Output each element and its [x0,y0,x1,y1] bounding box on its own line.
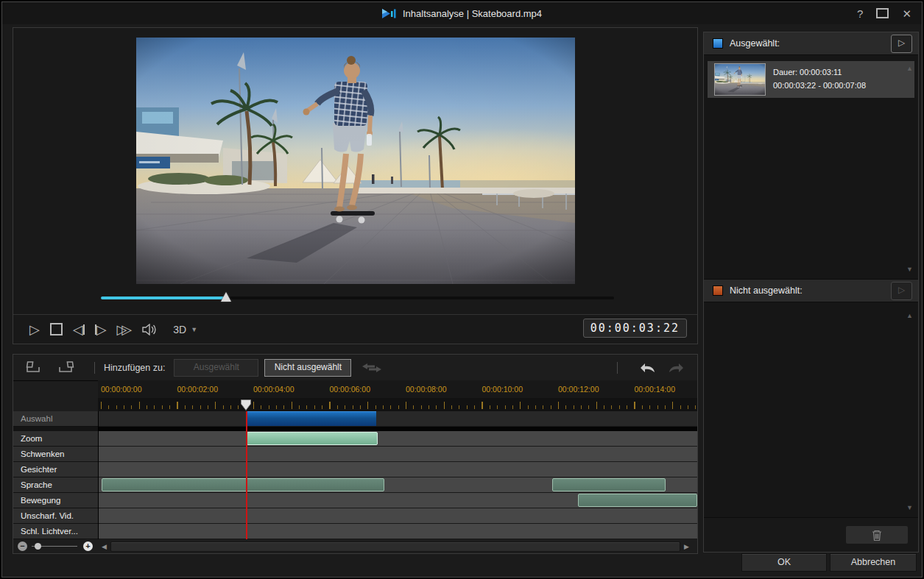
timeline-segment[interactable] [552,478,666,491]
add-to-label: Hinzufügen zu: [104,363,165,373]
timeline-toolbar: Hinzufügen zu: Ausgewählt Nicht ausgewäh… [13,355,697,381]
ruler-labels: 00:00:00:0000:00:02:0000:00:04:0000:00:0… [98,380,697,398]
preview-panel: ▷ ◁ ▷ ▷▷ 3D▼ 00:00:03:22 [13,27,698,344]
undo-button[interactable] [638,361,656,374]
scroll-left-arrow[interactable]: ◀ [102,543,107,550]
seekbar-progress [101,296,226,299]
ok-button[interactable]: OK [741,553,827,572]
selected-color-swatch-icon [713,38,723,49]
playhead-marker[interactable] [241,399,251,411]
not-selected-color-swatch-icon [713,285,723,296]
scroll-down-arrow[interactable]: ▼ [906,505,913,511]
seekbar-thumb[interactable] [221,292,231,302]
fast-forward-button[interactable]: ▷▷ [117,323,133,336]
track-row-gesichter[interactable] [99,462,697,477]
clip-range: 00:00:03:22 - 00:00:07:08 [773,79,866,93]
redo-button[interactable] [668,361,685,374]
timeline-segment[interactable] [247,432,378,445]
not-selected-clip-list[interactable]: ▲ ▼ [704,302,918,518]
app-logo-icon [382,8,397,19]
dialog-title: Inhaltsanalyse | Skateboard.mp4 [403,8,542,19]
track-label-zoom: Zoom [13,431,98,447]
content-analysis-dialog: Inhaltsanalyse | Skateboard.mp4 ? ✕ ▷ ◁ … [1,1,923,578]
stop-button[interactable] [50,323,63,335]
selected-clip-list[interactable]: ▲ Dauer: 00:00:03:1100:00:03:22 - 00:00:… [704,55,918,280]
timecode-display: 00:00:03:22 [583,319,687,338]
timeline-segment[interactable] [247,411,376,426]
maximize-button[interactable] [876,8,889,18]
track-row-schwenken[interactable] [99,447,697,462]
clip-info: Dauer: 00:00:03:1100:00:03:22 - 00:00:07… [773,66,866,92]
ruler-timestamp: 00:00:02:00 [177,385,218,394]
seekbar[interactable] [101,291,614,305]
add-to-not-selected-button[interactable]: Nicht ausgewählt [264,359,351,377]
trash-icon [871,529,883,541]
track-row-zoom[interactable] [99,431,697,447]
clip-duration: Dauer: 00:00:03:11 [773,66,866,79]
play-button[interactable]: ▷ [29,323,40,336]
help-button[interactable]: ? [857,8,863,19]
cancel-button[interactable]: Abbrechen [830,553,917,572]
separator [617,362,618,374]
swap-icon[interactable] [362,363,382,373]
play-selected-button[interactable]: ▷ [891,35,912,53]
track-label-unscharf-vid: Unscharf. Vid. [13,508,98,524]
track-row-auswahl[interactable] [99,411,697,427]
timeline-bottom-bar: − + ◀ ▶ [13,539,697,553]
track-labels: AuswahlZoomSchwenkenGesichterSpracheBewe… [13,411,99,539]
add-to-selected-button[interactable]: Ausgewählt [174,359,258,377]
ruler-timestamp: 00:00:14:00 [635,385,675,394]
chevron-down-icon: ▼ [191,326,197,333]
ruler-timestamp: 00:00:00:00 [101,385,141,394]
track-row-bewegung[interactable] [99,493,697,508]
video-frame [136,38,575,284]
selected-header-label: Ausgewählt: [730,38,780,49]
timeline-ruler[interactable]: 00:00:00:0000:00:02:0000:00:04:0000:00:0… [98,380,697,411]
zoom-slider-knob[interactable] [35,543,41,550]
track-row-schl-lichtver[interactable] [99,524,697,539]
clip-thumbnail [714,63,766,96]
selected-section-header: Ausgewählt: ▷ [704,32,918,55]
separator [94,362,95,374]
horizontal-scrollbar[interactable] [110,541,680,552]
not-selected-header-label: Nicht ausgewählt: [730,285,803,296]
track-area[interactable] [99,411,697,539]
zoom-out-button[interactable]: − [18,541,27,551]
trash-row [704,518,918,552]
scroll-down-arrow[interactable]: ▼ [906,266,913,273]
play-not-selected-button[interactable]: ▷ [891,282,912,300]
previous-frame-button[interactable]: ◁ [73,323,85,336]
3d-mode-dropdown[interactable]: 3D▼ [173,324,197,335]
scroll-up-arrow[interactable]: ▲ [906,313,913,319]
track-label-bewegung: Bewegung [13,493,98,508]
timeline-segment[interactable] [578,494,697,507]
timeline-tracks: AuswahlZoomSchwenkenGesichterSpracheBewe… [13,411,697,539]
delete-button[interactable] [846,526,908,544]
close-button[interactable]: ✕ [902,8,911,19]
clip-item[interactable]: Dauer: 00:00:03:1100:00:03:22 - 00:00:07… [708,61,914,98]
scroll-right-arrow[interactable]: ▶ [684,543,689,550]
mark-out-icon[interactable] [54,360,77,376]
not-selected-section-header: Nicht ausgewählt: ▷ [704,280,918,302]
ruler-timestamp: 00:00:10:00 [482,385,523,394]
timeline-zoom-slider[interactable] [32,541,77,551]
playhead-line[interactable] [246,411,247,539]
ruler-timestamp: 00:00:08:00 [406,385,446,394]
ruler-timestamp: 00:00:06:00 [330,385,370,394]
mark-in-icon[interactable] [24,360,46,376]
volume-icon[interactable] [142,324,157,335]
track-row-sprache[interactable] [99,477,697,493]
track-label-auswahl: Auswahl [13,411,98,427]
zoom-in-button[interactable]: + [83,541,93,551]
ruler-timestamp: 00:00:04:00 [253,385,294,394]
track-label-schwenken: Schwenken [13,447,98,462]
results-panel: Ausgewählt: ▷ ▲ Dauer: 00:00:03:1100:00:… [703,32,919,553]
timeline-segment[interactable] [102,478,384,491]
track-label-gesichter: Gesichter [13,462,98,477]
scroll-up-arrow[interactable]: ▲ [906,65,913,72]
track-row-unscharf-vid[interactable] [99,508,697,524]
ruler-ticks[interactable] [98,398,697,412]
ruler-timestamp: 00:00:12:00 [558,385,599,394]
next-frame-button[interactable]: ▷ [95,323,107,336]
titlebar[interactable]: Inhaltsanalyse | Skateboard.mp4 ? ✕ [2,2,922,24]
